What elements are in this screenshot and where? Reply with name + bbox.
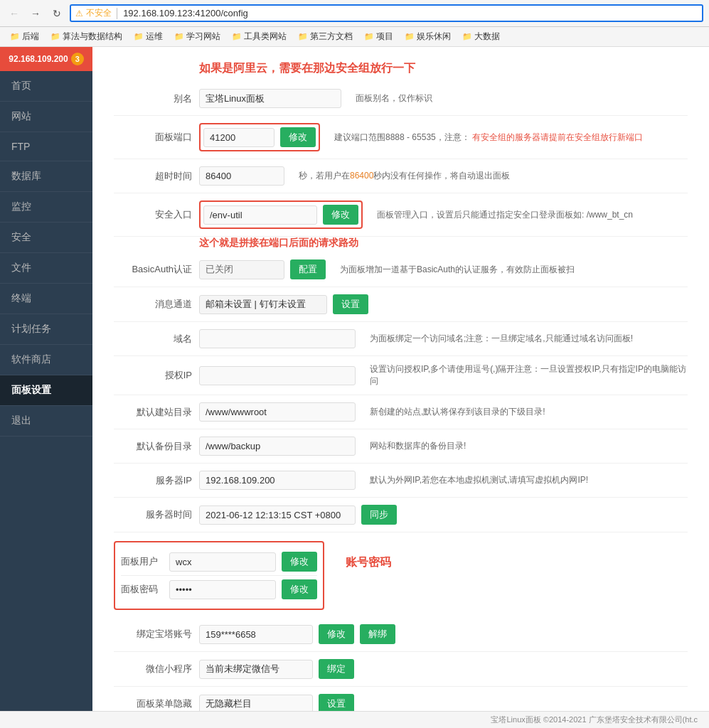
default-backup-dir-label: 默认备份目录 (114, 440, 192, 453)
bind-account-modify-button[interactable]: 修改 (319, 624, 354, 644)
folder-icon: 📁 (462, 32, 472, 41)
sidebar-item-home[interactable]: 首页 (0, 71, 92, 102)
auth-ip-label: 授权IP (114, 369, 192, 382)
basic-auth-config-button[interactable]: 配置 (290, 259, 326, 279)
domain-input-area (199, 329, 356, 348)
sidebar-item-security[interactable]: 安全 (0, 223, 92, 253)
server-ip-label: 92.168.109.200 (9, 54, 68, 64)
sidebar-item-label: 文件 (11, 262, 31, 273)
panel-port-input-area: 修改 (199, 123, 320, 151)
sidebar-item-logout[interactable]: 退出 (0, 406, 92, 437)
server-time-sync-button[interactable]: 同步 (361, 505, 397, 525)
bookmark-label: 算法与数据结构 (63, 31, 122, 43)
folder-icon: 📁 (10, 32, 20, 41)
wechat-mini-bind-button[interactable]: 绑定 (319, 659, 354, 679)
server-ip-label: 服务器IP (114, 474, 192, 487)
bookmark-label: 项目 (376, 31, 393, 43)
default-site-dir-hint: 新创建的站点,默认将保存到该目录的下级目录! (370, 406, 688, 418)
security-entry-modify-button[interactable]: 修改 (323, 205, 358, 225)
wechat-mini-label: 微信小程序 (114, 663, 192, 675)
sidebar-item-files[interactable]: 文件 (0, 253, 92, 284)
server-time-input-area: 同步 (199, 505, 397, 525)
forward-button[interactable]: → (27, 5, 44, 22)
url-input[interactable] (123, 8, 698, 18)
security-entry-input-area: 修改 (199, 200, 363, 229)
sidebar-item-label: 计划任务 (11, 323, 51, 334)
sidebar: 92.168.109.200 3 首页 网站 FTP 数据库 监控 安全 (0, 47, 92, 711)
sidebar-item-cron[interactable]: 计划任务 (0, 314, 92, 345)
sidebar-item-panel-settings[interactable]: 面板设置 (0, 375, 92, 406)
reload-button[interactable]: ↻ (48, 5, 65, 22)
folder-icon: 📁 (405, 32, 415, 41)
security-entry-input[interactable] (203, 205, 317, 225)
bind-account-input-area: 修改 解绑 (199, 624, 395, 644)
sidebar-item-monitor[interactable]: 监控 (0, 192, 92, 223)
panel-pass-label: 面板密码 (121, 583, 164, 596)
default-site-dir-input[interactable] (199, 402, 356, 422)
panel-port-input[interactable] (203, 128, 274, 147)
folder-icon: 📁 (232, 32, 242, 41)
timeout-hint: 秒，若用户在86400秒内没有任何操作，将自动退出面板 (299, 170, 688, 182)
user-pass-section: 面板用户 修改 面板密码 修改 账号密码 (114, 532, 688, 617)
bind-account-unbind-button[interactable]: 解绑 (360, 624, 395, 644)
bookmark-ops[interactable]: 📁 运维 (129, 29, 167, 44)
server-badge: 92.168.109.200 3 (0, 47, 92, 71)
wechat-mini-row: 微信小程序 绑定 (114, 652, 688, 687)
panel-user-input[interactable] (169, 552, 276, 572)
panel-pass-input[interactable] (169, 580, 276, 599)
panel-port-row: 面板端口 修改 建议端口范围8888 - 65535，注意： 有安全组的服务器请… (114, 116, 688, 159)
panel-pass-modify-button[interactable]: 修改 (282, 579, 317, 599)
sidebar-item-ftp[interactable]: FTP (0, 132, 92, 161)
msg-notify-set-button[interactable]: 设置 (333, 294, 368, 314)
folder-icon: 📁 (174, 32, 184, 41)
auth-ip-input[interactable] (199, 366, 356, 385)
port-hint-text: 建议端口范围8888 - 65535，注意： (334, 132, 470, 142)
panel-user-label: 面板用户 (121, 555, 164, 568)
bookmark-tools[interactable]: 📁 工具类网站 (228, 29, 291, 44)
wechat-mini-input-area: 绑定 (199, 659, 354, 679)
bookmark-third-party[interactable]: 📁 第三方文档 (294, 29, 357, 44)
bookmark-bigdata[interactable]: 📁 大数据 (458, 29, 504, 44)
panel-user-modify-button[interactable]: 修改 (282, 552, 317, 572)
basic-auth-status (199, 260, 284, 279)
security-entry-label: 安全入口 (114, 208, 192, 221)
sidebar-item-database[interactable]: 数据库 (0, 161, 92, 192)
bookmark-label: 学习网站 (186, 31, 220, 43)
bookmark-learning[interactable]: 📁 学习网站 (170, 29, 225, 44)
bookmarks-bar: 📁 后端 📁 算法与数据结构 📁 运维 📁 学习网站 📁 工具类网站 📁 第三方… (0, 27, 709, 47)
bookmark-label: 运维 (146, 31, 163, 43)
sidebar-item-terminal[interactable]: 终端 (0, 284, 92, 314)
user-pass-box: 面板用户 修改 面板密码 修改 (114, 541, 324, 610)
form-section: 如果是阿里云，需要在那边安全组放行一下 别名 面板别名，仅作标识 面板端口 修改 (114, 61, 688, 711)
annotation-account: 账号密码 (346, 555, 391, 570)
browser-toolbar: ← → ↻ ⚠ 不安全 │ (0, 0, 709, 27)
default-site-dir-row: 默认建站目录 新创建的站点,默认将保存到该目录的下级目录! (114, 395, 688, 429)
server-time-input (199, 505, 356, 525)
timeout-input-area (199, 166, 284, 186)
folder-icon: 📁 (134, 32, 144, 41)
panel-port-modify-button[interactable]: 修改 (280, 127, 316, 147)
bookmark-entertainment[interactable]: 📁 娱乐休闲 (400, 29, 455, 44)
alias-input[interactable] (199, 89, 341, 108)
sidebar-item-label: 终端 (11, 292, 31, 304)
sidebar-item-store[interactable]: 软件商店 (0, 345, 92, 375)
domain-input[interactable] (199, 329, 356, 348)
bookmark-backend[interactable]: 📁 后端 (6, 29, 43, 44)
bookmark-label: 娱乐休闲 (417, 31, 451, 43)
security-entry-row: 安全入口 修改 面板管理入口，设置后只能通过指定安全口登录面板如: /www_b… (114, 193, 688, 237)
bookmark-label: 工具类网站 (244, 31, 287, 43)
timeout-input[interactable] (199, 166, 284, 186)
default-backup-dir-input[interactable] (199, 437, 356, 456)
panel-port-hint: 建议端口范围8888 - 65535，注意： 有安全组的服务器请提前在安全组放行… (334, 132, 688, 144)
bind-account-label: 绑定宝塔账号 (114, 628, 192, 641)
bookmark-algo[interactable]: 📁 算法与数据结构 (46, 29, 127, 44)
server-ip-input[interactable] (199, 471, 356, 490)
sidebar-item-label: 数据库 (11, 170, 41, 181)
panel-menu-hide-set-button[interactable]: 设置 (319, 694, 354, 711)
bookmark-project[interactable]: 📁 项目 (360, 29, 398, 44)
back-button[interactable]: ← (6, 5, 23, 22)
sidebar-item-website[interactable]: 网站 (0, 102, 92, 132)
sidebar-item-label: 软件商店 (11, 353, 51, 365)
auth-ip-input-area (199, 366, 356, 385)
alias-input-area (199, 89, 341, 108)
